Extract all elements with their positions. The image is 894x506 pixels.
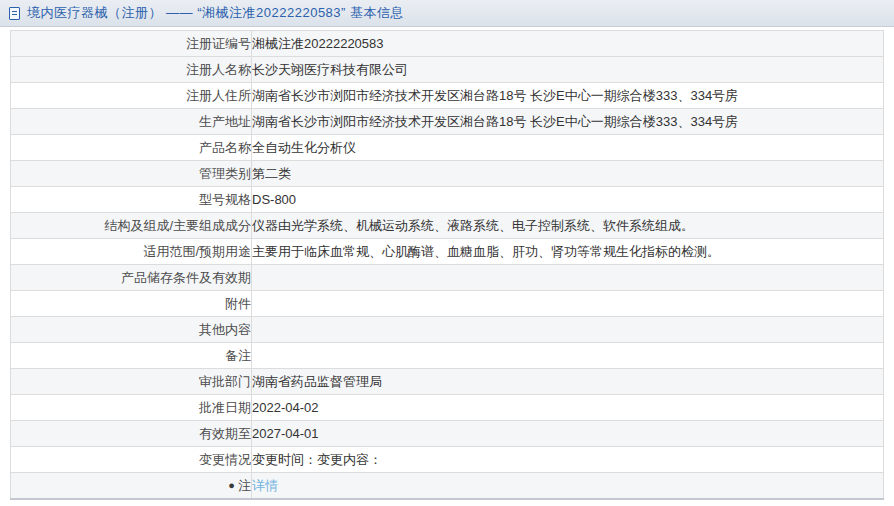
table-row: 批准日期2022-04-02	[11, 395, 884, 421]
table-row: 附件	[11, 291, 884, 317]
row-label: 备注	[11, 343, 252, 369]
table-row: 备注	[11, 343, 884, 369]
row-label: 产品储存条件及有效期	[11, 265, 252, 291]
table-row: 注册人名称长沙天翊医疗科技有限公司	[11, 57, 884, 83]
row-value: DS-800	[252, 187, 884, 213]
row-value: 2027-04-01	[252, 421, 884, 447]
registration-info-table: 注册证编号湘械注准20222220583注册人名称长沙天翊医疗科技有限公司注册人…	[10, 30, 884, 500]
table-body: 注册证编号湘械注准20222220583注册人名称长沙天翊医疗科技有限公司注册人…	[11, 31, 884, 500]
table-row: 其他内容	[11, 317, 884, 343]
row-value: 湘械注准20222220583	[252, 31, 884, 57]
row-label: 结构及组成/主要组成成分	[11, 213, 252, 239]
table-row: 产品储存条件及有效期	[11, 265, 884, 291]
note-icon: ●	[228, 479, 235, 491]
table-row: 管理类别第二类	[11, 161, 884, 187]
row-value: 详情	[252, 473, 884, 500]
row-value	[252, 317, 884, 343]
table-row: 审批部门湖南省药品监督管理局	[11, 369, 884, 395]
row-label: ●注	[11, 473, 252, 500]
table-row: 注册证编号湘械注准20222220583	[11, 31, 884, 57]
table-row: 变更情况变更时间：变更内容：	[11, 447, 884, 473]
row-value: 长沙天翊医疗科技有限公司	[252, 57, 884, 83]
table-row: 型号规格DS-800	[11, 187, 884, 213]
row-label: 有效期至	[11, 421, 252, 447]
row-label: 注册人住所	[11, 83, 252, 109]
details-link[interactable]: 详情	[252, 478, 278, 493]
table-row: 有效期至2027-04-01	[11, 421, 884, 447]
row-label: 审批部门	[11, 369, 252, 395]
row-value: 第二类	[252, 161, 884, 187]
page-header: 境内医疗器械（注册） —— “湘械注准20222220583” 基本信息	[0, 0, 894, 27]
row-value: 湖南省长沙市浏阳市经济技术开发区湘台路18号 长沙E中心一期综合楼333、334…	[252, 109, 884, 135]
row-label: 产品名称	[11, 135, 252, 161]
row-label: 适用范围/预期用途	[11, 239, 252, 265]
row-value: 湖南省药品监督管理局	[252, 369, 884, 395]
row-label: 变更情况	[11, 447, 252, 473]
table-row: 注册人住所湖南省长沙市浏阳市经济技术开发区湘台路18号 长沙E中心一期综合楼33…	[11, 83, 884, 109]
row-label: 注册证编号	[11, 31, 252, 57]
row-label: 注册人名称	[11, 57, 252, 83]
row-label: 附件	[11, 291, 252, 317]
row-value	[252, 291, 884, 317]
row-value: 湖南省长沙市浏阳市经济技术开发区湘台路18号 长沙E中心一期综合楼333、334…	[252, 83, 884, 109]
row-value: 2022-04-02	[252, 395, 884, 421]
page-title: 境内医疗器械（注册） —— “湘械注准20222220583” 基本信息	[27, 4, 404, 22]
document-icon	[9, 7, 20, 20]
row-value	[252, 343, 884, 369]
table-row: 结构及组成/主要组成成分仪器由光学系统、机械运动系统、液路系统、电子控制系统、软…	[11, 213, 884, 239]
row-label: 其他内容	[11, 317, 252, 343]
row-label: 生产地址	[11, 109, 252, 135]
row-value: 主要用于临床血常规、心肌酶谱、血糖血脂、肝功、肾功等常规生化指标的检测。	[252, 239, 884, 265]
row-label: 型号规格	[11, 187, 252, 213]
row-value: 仪器由光学系统、机械运动系统、液路系统、电子控制系统、软件系统组成。	[252, 213, 884, 239]
row-value: 变更时间：变更内容：	[252, 447, 884, 473]
row-label: 管理类别	[11, 161, 252, 187]
table-row: 产品名称全自动生化分析仪	[11, 135, 884, 161]
table-row: 适用范围/预期用途主要用于临床血常规、心肌酶谱、血糖血脂、肝功、肾功等常规生化指…	[11, 239, 884, 265]
table-row: ●注详情	[11, 473, 884, 500]
row-value: 全自动生化分析仪	[252, 135, 884, 161]
row-value	[252, 265, 884, 291]
table-row: 生产地址湖南省长沙市浏阳市经济技术开发区湘台路18号 长沙E中心一期综合楼333…	[11, 109, 884, 135]
row-label: 批准日期	[11, 395, 252, 421]
